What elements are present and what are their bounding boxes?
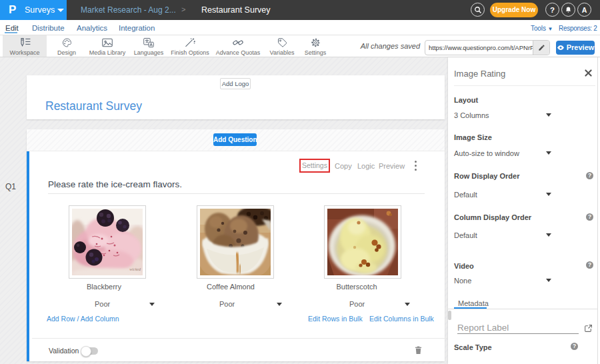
svg-text:wicked: wicked bbox=[129, 267, 141, 271]
